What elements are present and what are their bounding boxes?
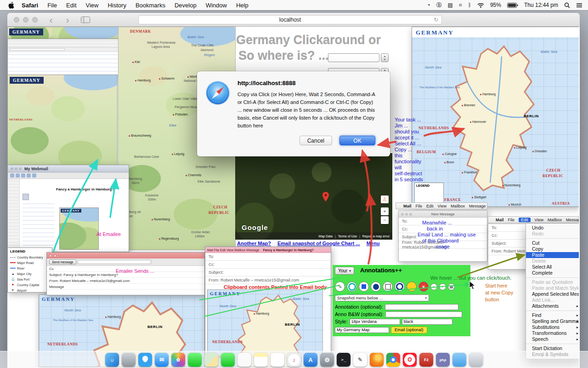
delete-tool-icon[interactable]: × [418,282,429,292]
battery-icon[interactable] [507,3,518,8]
minimize-window-button[interactable] [23,17,28,23]
edit-menu-item[interactable] [526,277,579,278]
map-pin-icon[interactable] [322,192,329,202]
edit-menu-item[interactable] [526,238,579,239]
edit-menu-item[interactable]: Redo [526,231,579,237]
sidebar-toggle-icon[interactable] [81,17,90,23]
send-message-button[interactable]: Send message [49,259,76,264]
stepper-up-icon[interactable]: ▲ [384,55,386,58]
compose-address-input[interactable] [78,260,151,264]
webmail-toolbar[interactable] [8,172,129,179]
compose-field-row[interactable]: To: [205,253,331,261]
grid-tool-icon[interactable]: ▦ [448,283,455,290]
circle-tool-icon[interactable] [347,282,357,292]
reload-icon[interactable]: ↻ [434,17,438,23]
keyboard-icon[interactable]: ▤ [448,2,453,8]
mail-menu-item[interactable]: Edit [519,218,531,222]
edit-menu-item[interactable]: Paste and Match Style [526,285,579,291]
mail-menu-item[interactable]: Mailbox [451,204,465,208]
annotation-input[interactable] [385,304,458,310]
box-tool-icon[interactable] [383,282,393,292]
page-link[interactable]: Another Map? [237,241,271,246]
menubar-item[interactable]: Help [236,2,249,9]
itunes-icon[interactable]: ♪ [287,353,301,367]
mail-menu-item[interactable]: File [508,218,515,222]
menu-app-name[interactable]: Safari [22,2,38,9]
edit-menu-item[interactable]: Paste as Quotation [526,279,579,285]
edit-menu-item[interactable]: Append Selected Messages [526,291,579,297]
style-font-input[interactable] [350,319,400,325]
compose-field-row[interactable]: Cc: [205,261,331,269]
timer-tool-icon[interactable] [407,282,417,292]
edit-menu-item[interactable]: Delete [526,258,579,264]
map-name-input[interactable] [335,327,389,333]
edit-menu-item[interactable] [526,344,579,344]
messages-icon[interactable] [188,353,202,367]
menubar-item[interactable]: View [86,2,99,9]
compose-field-row[interactable]: Cc: [399,225,487,233]
notes-icon[interactable] [254,353,268,367]
compose-field-row[interactable]: Subject: [205,269,331,276]
menubar-item[interactable]: Window [206,2,227,9]
webmail-titlebar[interactable]: My Webmail [8,165,129,172]
finder-icon[interactable]: ☺ [105,353,119,367]
style-color-input[interactable] [402,319,452,325]
app-store-icon[interactable]: A [304,353,317,367]
system-preferences-icon[interactable]: ⚙ [320,353,334,367]
calendar-icon[interactable] [237,353,251,367]
notification-center-icon[interactable] [576,3,582,8]
php-icon[interactable]: php [436,353,450,367]
opera-icon[interactable]: O [403,353,417,367]
menubar-item[interactable]: Bookmarks [136,2,165,9]
safari-icon[interactable]: ◉ [138,353,152,367]
menu-bar-clock[interactable]: Thu 12:44 pm [524,2,558,8]
zoom-window-button[interactable] [32,17,38,23]
email-optional-button[interactable]: Email (optional) [391,327,427,334]
wifi-icon[interactable] [477,3,484,8]
b-utility-icon[interactable]: Ⓑ [436,1,442,9]
launchpad-icon[interactable] [122,353,136,367]
anno-bw-input[interactable] [385,311,462,317]
ring-tool-icon[interactable] [395,282,405,292]
safari-titlebar[interactable]: ‹ › localhost ↻ [7,13,580,27]
maps-icon[interactable] [204,353,218,367]
edit-menu-item[interactable]: Spelling and Grammar [526,318,579,324]
mail-menu-item[interactable]: Edit [426,204,434,208]
edit-menu-item[interactable]: Substitutions [526,324,579,330]
mail-a-titlebar[interactable]: New Message [399,211,487,218]
compose-field-row[interactable]: From: Robert Metcalfe – rmetca1e15@gmail… [399,241,487,249]
compose-field-row[interactable]: To: [399,218,487,225]
terminal-icon[interactable]: >_ [337,353,351,367]
square-tool-icon[interactable] [359,282,369,292]
mail-menu-item[interactable]: Mailbox [548,218,562,222]
mail-menu-item[interactable]: View [438,204,447,208]
google-map[interactable]: Google ♙ + − Map DataTerms of UseReport … [235,153,392,240]
edit-menu-item[interactable]: Find [526,312,579,318]
disc-tool-icon[interactable] [371,282,381,292]
menubar-item[interactable]: File [47,2,57,9]
display-icon[interactable]: ⌗ [459,2,462,8]
edit-menu-item[interactable]: Select All [526,264,579,270]
trash-icon[interactable] [469,353,483,367]
edit-menu-item[interactable]: Transformations [526,330,579,336]
bluetooth-icon[interactable]: ᛒ [468,2,471,8]
zoom-in-button[interactable]: + [381,207,389,215]
mail-menu-item[interactable]: View [535,218,543,222]
spotlight-icon[interactable] [564,2,570,8]
forward-button[interactable]: › [64,15,71,24]
facetime-icon[interactable] [221,353,235,367]
edit-menu-item[interactable]: Add Link... [526,297,579,303]
filezilla-icon[interactable]: Fz [419,353,433,367]
close-window-button[interactable] [14,17,19,23]
address-bar[interactable]: localhost ↻ [138,15,442,24]
pink-compose-titlebar[interactable] [47,253,204,259]
chrome-icon[interactable] [386,353,400,367]
mail-menu-item[interactable]: Mail [403,204,412,208]
apple-logo-icon[interactable] [8,2,14,9]
zoom-in-tool-icon[interactable]: + [439,283,446,290]
screen-record-icon[interactable]: ◔ [427,2,430,8]
stepper-down-icon[interactable]: ▼ [384,58,386,61]
textedit-icon[interactable]: ✎ [353,353,367,367]
edit-menu-item[interactable]: Attachments [526,303,579,309]
mail-menu-item[interactable]: Message [469,204,486,208]
